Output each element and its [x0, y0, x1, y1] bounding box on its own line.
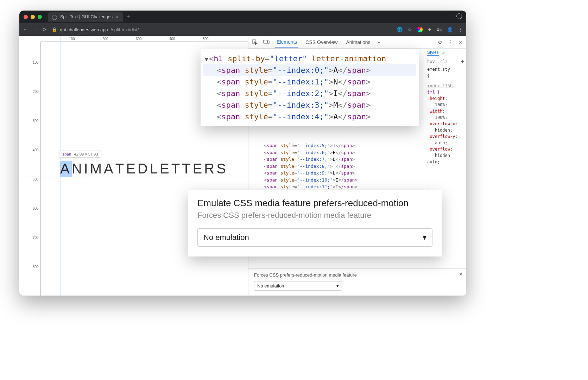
style-declaration[interactable]: height: 100%;	[427, 95, 464, 108]
heading-letter: A	[60, 161, 72, 177]
tab-strip: ◯ Split Text | GUI Challenges ✕ +	[48, 12, 456, 22]
maximize-window-icon[interactable]	[38, 15, 42, 19]
devtools-header: Elements CSS Overview Animations » ⚙ ⋮ ✕	[248, 36, 466, 49]
close-window-icon[interactable]	[24, 15, 28, 19]
device-toggle-icon[interactable]	[263, 40, 270, 45]
chevron-down-icon: ▾	[336, 283, 339, 289]
address-bar[interactable]: 🔒 gui-challenges.web.app/split-text/dist…	[52, 27, 392, 32]
title-bar: ◯ Split Text | GUI Challenges ✕ +	[19, 11, 466, 23]
tooltip-tag: span	[62, 152, 71, 156]
lock-icon: 🔒	[52, 27, 57, 32]
heading-letter: A	[104, 161, 115, 177]
heading-letter: T	[171, 161, 182, 177]
heading-letter: T	[115, 161, 126, 177]
close-tab-icon[interactable]: ✕	[115, 14, 119, 20]
style-declaration[interactable]: overflow: hidden auto;	[427, 146, 464, 165]
dom-node[interactable]: <span style="--index:5;">T</span>	[251, 142, 425, 149]
heading-letter: E	[193, 161, 204, 177]
page-heading: ANIMATED LETTERS	[60, 161, 228, 177]
dom-node[interactable]: <span style="--index:8;"> </span>	[251, 163, 425, 170]
heading-letter: M	[90, 161, 104, 177]
tab-animations[interactable]: Animations	[344, 37, 372, 47]
dom-node[interactable]: ▼<h1 split-by="letter" letter-animation	[203, 53, 416, 64]
dom-node[interactable]: <span style="--index:1;">N</span>	[203, 76, 416, 88]
close-devtools-icon[interactable]: ✕	[459, 39, 463, 45]
rendering-card: Emulate CSS media feature prefers-reduce…	[188, 190, 442, 256]
minimize-window-icon[interactable]	[31, 15, 35, 19]
rendering-title: Emulate CSS media feature prefers-reduce…	[197, 198, 432, 209]
rendering-panel: ✕ Forces CSS prefers-reduced-motion medi…	[248, 268, 466, 296]
dom-node[interactable]: <span style="--index:10;">E</span>	[251, 177, 425, 184]
close-panel-icon[interactable]: ✕	[459, 272, 463, 277]
guide-line-h	[19, 177, 248, 177]
profile-icon[interactable]: 👤	[447, 27, 453, 32]
extensions-icon[interactable]: ✦	[428, 27, 432, 32]
toolbar: ← → ⟳ 🔒 gui-challenges.web.app/split-tex…	[19, 23, 466, 36]
color-picker-icon[interactable]	[417, 27, 423, 32]
heading-letter: T	[182, 161, 192, 177]
dom-node[interactable]: <span style="--index:3;">M</span>	[203, 99, 416, 111]
ruler-horizontal: 100 200 300 400 500	[41, 36, 248, 42]
style-declaration[interactable]: width: 100%;	[427, 108, 464, 121]
svg-rect-1	[264, 40, 267, 43]
heading-letter: N	[72, 161, 84, 177]
dom-node[interactable]: <span style="--index:6;">E</span>	[251, 149, 425, 156]
element-tooltip: span 42.09 × 57.93	[59, 151, 101, 158]
browser-tab[interactable]: ◯ Split Text | GUI Challenges ✕	[48, 12, 123, 22]
hov-toggle[interactable]: hov	[427, 59, 435, 64]
traffic-lights	[24, 15, 42, 19]
tab-title: Split Text | GUI Challenges	[60, 14, 113, 19]
dom-node[interactable]: <span style="--index:4;">A</span>	[203, 111, 416, 122]
chevron-down-icon: ▾	[423, 233, 426, 242]
add-rule-icon[interactable]: +	[461, 58, 464, 65]
account-icon[interactable]	[456, 13, 462, 20]
style-declaration[interactable]: overflow-x: hidden;	[427, 121, 464, 133]
tab-css-overview[interactable]: CSS Overview	[304, 37, 339, 47]
translate-icon[interactable]: 🌐	[397, 27, 403, 32]
rendering-subtitle: Forces CSS prefers-reduced-motion media …	[197, 211, 432, 220]
inspect-icon[interactable]	[252, 39, 258, 45]
dom-node[interactable]: <span style="--index:0;">A</span>	[203, 64, 416, 76]
back-button[interactable]: ←	[23, 27, 28, 32]
emulation-select-small[interactable]: No emulation ▾	[254, 281, 342, 291]
tab-elements[interactable]: Elements	[275, 37, 298, 48]
settings-icon[interactable]: ⚙	[438, 39, 442, 45]
tooltip-dimensions: 42.09 × 57.93	[74, 152, 98, 156]
url-host: gui-challenges.web.app	[60, 27, 108, 32]
rendering-subtitle-small: Forces CSS prefers-reduced-motion media …	[254, 272, 461, 278]
svg-rect-2	[268, 41, 269, 44]
more-tabs-icon[interactable]: »	[378, 39, 380, 45]
url-path: /split-text/dist/	[111, 27, 139, 32]
menu-icon[interactable]: ⋮	[458, 27, 463, 32]
heading-letter: E	[126, 161, 138, 177]
heading-letter: I	[84, 161, 90, 177]
reload-button[interactable]: ⟳	[43, 27, 47, 32]
heading-letter: D	[138, 161, 150, 177]
emulation-select[interactable]: No emulation ▾	[197, 228, 432, 247]
ruler-vertical: 100 200 300 400 500 600 700 800	[19, 42, 41, 296]
dom-node[interactable]: <span style="--index:11;">T</span>	[251, 183, 425, 190]
dom-node[interactable]: <span style="--index:9;">L</span>	[251, 170, 425, 177]
more-styles-tabs-icon[interactable]: »	[442, 50, 445, 56]
new-tab-button[interactable]: +	[126, 13, 130, 21]
heading-letter: E	[160, 161, 171, 177]
dom-node[interactable]: <span style="--index:2;">I</span>	[203, 88, 416, 99]
styles-tab[interactable]: Styles	[427, 50, 439, 56]
dom-node[interactable]: <span style="--index:7;">D</span>	[251, 156, 425, 163]
heading-letter: R	[204, 161, 216, 177]
heading-letter: S	[216, 161, 228, 177]
star-icon[interactable]: ☆	[407, 27, 412, 32]
zoom-dom-overlay: ▼<h1 split-by="letter" letter-animation<…	[201, 49, 419, 126]
kebab-icon[interactable]: ⋮	[448, 39, 453, 45]
forward-button[interactable]: →	[33, 27, 38, 32]
globe-icon: ◯	[52, 14, 57, 20]
media-icon[interactable]: ≡♪	[437, 27, 442, 32]
cls-toggle[interactable]: .cls	[438, 59, 448, 64]
source-link[interactable]: index.175b…	[427, 83, 455, 88]
heading-letter: L	[150, 161, 160, 177]
style-declaration[interactable]: overflow-y: auto;	[427, 133, 464, 146]
toolbar-icons: 🌐 ☆ ✦ ≡♪ 👤 ⋮	[397, 27, 463, 32]
